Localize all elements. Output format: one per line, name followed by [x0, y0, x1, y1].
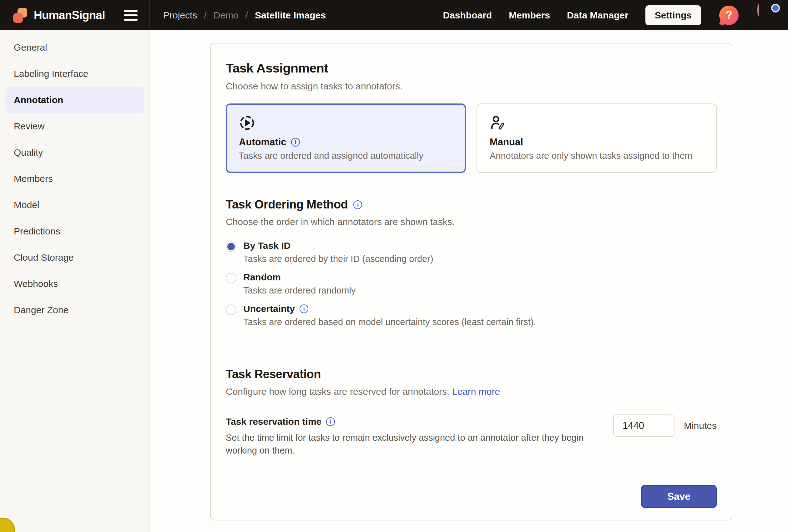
minutes-unit-label: Minutes: [684, 421, 717, 431]
random-description: Tasks are ordered randomly: [243, 285, 356, 296]
task-ordering-title: Task Ordering Method: [226, 198, 348, 211]
save-row: Save: [226, 485, 717, 508]
breadcrumb-current-page: Satellite Images: [255, 10, 326, 21]
automatic-label: Automatic: [239, 137, 287, 148]
breadcrumb-separator: /: [204, 10, 206, 21]
annotation-settings-panel: Task Assignment Choose how to assign tas…: [210, 43, 732, 520]
nav-data-manager[interactable]: Data Manager: [567, 10, 629, 21]
auto-play-icon: [239, 115, 255, 131]
task-reservation-description: Configure how long tasks are reserved fo…: [226, 386, 717, 397]
automatic-description: Tasks are ordered and assigned automatic…: [239, 151, 453, 161]
humansignal-logo-icon: [13, 7, 29, 23]
notification-badge: [771, 4, 780, 13]
assignment-options: Automatic i Tasks are ordered and assign…: [226, 103, 717, 173]
info-icon[interactable]: i: [326, 417, 335, 426]
sidebar-item-model[interactable]: Model: [5, 192, 144, 218]
sidebar-item-webhooks[interactable]: Webhooks: [5, 271, 144, 297]
sidebar-item-labeling-interface[interactable]: Labeling Interface: [5, 61, 144, 87]
task-assignment-title: Task Assignment: [226, 61, 717, 76]
random-label: Random: [243, 272, 281, 283]
reservation-time-label: Task reservation time: [226, 416, 321, 427]
learn-more-link[interactable]: Learn more: [452, 386, 500, 397]
assignment-option-automatic[interactable]: Automatic i Tasks are ordered and assign…: [226, 103, 466, 173]
top-nav: Dashboard Members Data Manager Settings …: [443, 0, 788, 30]
breadcrumb-projects[interactable]: Projects: [163, 10, 197, 21]
top-bar-brand-section: HumanSignal: [0, 0, 150, 30]
avatar[interactable]: [757, 4, 759, 16]
radio-button-checked[interactable]: [226, 241, 236, 252]
brand-name: HumanSignal: [34, 9, 105, 22]
sidebar-item-general[interactable]: General: [5, 34, 144, 61]
task-ordering-options: By Task ID Tasks are ordered by their ID…: [226, 240, 717, 335]
sidebar-item-predictions[interactable]: Predictions: [5, 218, 144, 244]
task-ordering-description: Choose the order in which annotators are…: [226, 217, 717, 227]
breadcrumb-project-name[interactable]: Demo: [214, 10, 239, 21]
sidebar-item-members[interactable]: Members: [5, 166, 144, 192]
settings-sidebar: General Labeling Interface Annotation Re…: [0, 30, 150, 532]
task-ordering-heading: Task Ordering Method i: [226, 198, 717, 211]
task-assignment-description: Choose how to assign tasks to annotators…: [226, 81, 717, 91]
reservation-minutes-input[interactable]: [613, 414, 674, 437]
manual-label: Manual: [490, 137, 523, 148]
radio-option-by-task-id[interactable]: By Task ID Tasks are ordered by their ID…: [226, 240, 717, 264]
by-task-id-label: By Task ID: [243, 240, 291, 251]
menu-icon[interactable]: [124, 10, 138, 21]
brand[interactable]: HumanSignal: [13, 7, 105, 23]
top-bar: HumanSignal Projects / Demo / Satellite …: [0, 0, 788, 30]
radio-button[interactable]: [226, 304, 236, 315]
logo-square-coral: [13, 13, 23, 23]
person-edit-icon: [490, 115, 506, 131]
task-reservation-field-row: Task reservation time i Set the time lim…: [226, 416, 717, 457]
sidebar-item-annotation[interactable]: Annotation: [5, 87, 144, 113]
radio-option-uncertainty[interactable]: Uncertainty i Tasks are ordered based on…: [226, 304, 717, 327]
app-window: HumanSignal Projects / Demo / Satellite …: [0, 0, 788, 532]
sidebar-item-review[interactable]: Review: [5, 113, 144, 139]
chat-widget-button[interactable]: [0, 518, 15, 532]
nav-settings-active[interactable]: Settings: [645, 5, 701, 25]
help-icon[interactable]: ?: [719, 6, 738, 25]
info-icon[interactable]: i: [291, 138, 300, 147]
sidebar-item-cloud-storage[interactable]: Cloud Storage: [5, 244, 144, 271]
info-icon[interactable]: i: [299, 304, 308, 313]
reservation-time-description: Set the time limit for tasks to remain e…: [226, 431, 598, 457]
sidebar-item-danger-zone[interactable]: Danger Zone: [5, 297, 144, 323]
nav-dashboard[interactable]: Dashboard: [443, 10, 492, 21]
breadcrumb-separator: /: [245, 10, 248, 21]
info-icon[interactable]: i: [353, 200, 362, 209]
task-reservation-heading: Task Reservation: [226, 368, 717, 381]
radio-button[interactable]: [226, 273, 236, 284]
manual-description: Annotators are only shown tasks assigned…: [490, 151, 704, 161]
save-button[interactable]: Save: [641, 485, 717, 508]
by-task-id-description: Tasks are ordered by their ID (ascending…: [243, 254, 433, 264]
breadcrumb: Projects / Demo / Satellite Images: [163, 0, 326, 30]
nav-members[interactable]: Members: [509, 10, 550, 21]
task-reservation-title: Task Reservation: [226, 368, 321, 381]
user-avatar-wrap: [757, 5, 778, 26]
assignment-option-manual[interactable]: Manual Annotators are only shown tasks a…: [476, 103, 717, 173]
uncertainty-label: Uncertainty: [243, 304, 295, 314]
radio-option-random[interactable]: Random Tasks are ordered randomly: [226, 272, 717, 296]
uncertainty-description: Tasks are ordered based on model uncerta…: [243, 317, 536, 327]
sidebar-item-quality[interactable]: Quality: [5, 139, 144, 166]
